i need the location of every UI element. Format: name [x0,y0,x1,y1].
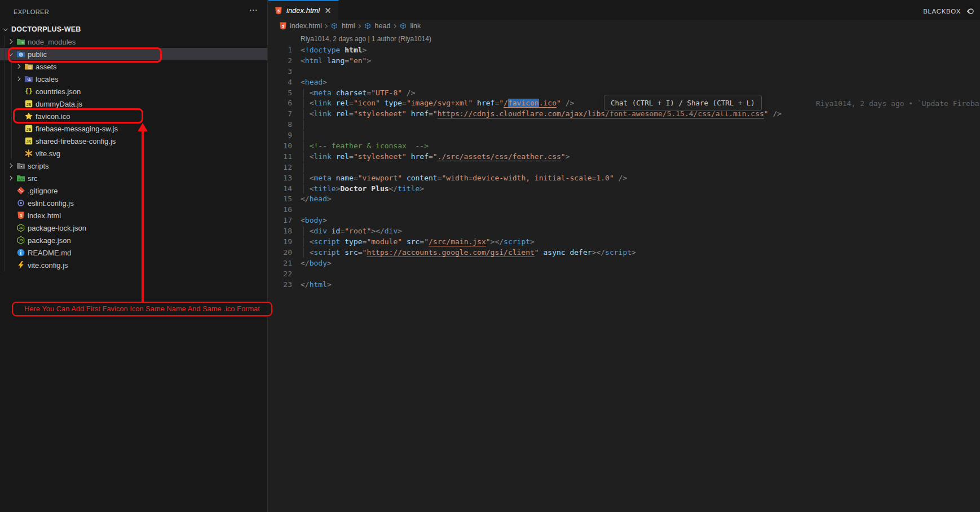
svg-text:{}: {} [25,87,33,95]
code-line-14[interactable]: 14 <title>Doctor Plus</title> [268,184,980,195]
code-text: <script src="https://accounts.google.com… [301,248,636,258]
tree-item-public[interactable]: public [0,48,267,60]
code-line-2[interactable]: 2<html lang="en"> [268,56,980,67]
project-root-label: DOCTORPLUS-WEB [11,25,81,33]
code-line-10[interactable]: 10 <!-- feather & iconsax --> [268,141,980,152]
tree-item-firebase-messaging-sw.js[interactable]: JSfirebase-messaging-sw.js [0,122,267,135]
tree-item-vite.config.js[interactable]: vite.config.js [0,259,267,271]
breadcrumb-item-index.html[interactable]: 5index.html [278,21,322,30]
svg-text:5: 5 [282,24,284,28]
chat-share-hint[interactable]: Chat (CTRL + I) / Share (CTRL + L) [604,95,762,111]
blackbox-button[interactable]: BLACKBOX [923,7,974,16]
tab-index-html[interactable]: 5 index.html ✕ [268,0,339,20]
tree-item-label: locales [36,75,58,83]
code-line-18[interactable]: 18 <div id="root"></div> [268,226,980,237]
tree-item-src[interactable]: </>src [0,172,267,184]
code-text: </head> [301,194,332,205]
breadcrumb-item-link[interactable]: link [398,21,421,30]
line-number: 20 [268,248,292,258]
tree-item-label: vite.svg [36,149,60,158]
indent-guide [303,163,304,173]
chevron-down-icon[interactable] [6,48,16,60]
tree-item-scripts[interactable]: scripts [0,160,267,172]
code-line-13[interactable]: 13 <meta name="viewport" content="width=… [268,173,980,184]
tree-item-index.html[interactable]: 5index.html [0,209,267,222]
line-number: 16 [268,205,292,215]
code-line-9[interactable]: 9 [268,130,980,141]
tree-item-favicon.ico[interactable]: favicon.ico [0,110,267,122]
code-line-15[interactable]: 15</head> [268,194,980,205]
code-line-22[interactable]: 22 [268,269,980,280]
code-line-23[interactable]: 23</html> [268,280,980,290]
breadcrumb-label: head [375,22,391,30]
breadcrumb: 5index.htmlhtmlheadlink [268,20,980,32]
tree-item-shared-firebase-config.js[interactable]: JSshared-firebase-config.js [0,135,267,147]
code-text: <head> [301,77,327,88]
chevron-right-icon[interactable] [6,160,16,172]
code-line-21[interactable]: 21</body> [268,258,980,269]
js-icon: JS [24,136,33,145]
code-line-19[interactable]: 19 <script type="module" src="/src/main.… [268,237,980,248]
breadcrumb-item-head[interactable]: head [363,21,391,30]
svg-text:JS: JS [26,127,31,131]
tree-item-node_modules[interactable]: node_modules [0,36,267,48]
bolt-icon [16,261,25,270]
file-tree: node_modulespublicassetsAxlocales{}count… [0,36,267,271]
npm-icon: JS [16,236,25,245]
code-line-3[interactable]: 3 [268,67,980,77]
more-actions-button[interactable]: ⋯ [247,5,259,17]
tree-item-dummyData.js[interactable]: JSdummyData.js [0,98,267,110]
tree-item-README.md[interactable]: README.md [0,246,267,259]
chevron-right-icon[interactable] [6,36,16,48]
code-line-17[interactable]: 17<body> [268,215,980,226]
tree-indent-guide [4,36,5,271]
code-line-1[interactable]: 1<!doctype html> [268,45,980,56]
vite-icon [24,149,33,158]
tree-item-assets[interactable]: assets [0,60,267,73]
tree-item-locales[interactable]: Axlocales [0,73,267,85]
json-icon: {} [24,87,33,96]
svg-text:A: A [28,78,30,82]
chevron-right-icon [356,23,362,29]
explorer-title: EXPLORER [14,8,49,15]
tree-item-package-lock.json[interactable]: JSpackage-lock.json [0,222,267,234]
breadcrumb-item-html[interactable]: html [330,21,355,30]
js-icon: JS [24,124,33,133]
code-line-4[interactable]: 4<head> [268,77,980,88]
tree-item-label: package-lock.json [28,224,86,232]
chevron-spacer [14,110,24,122]
chevron-spacer [14,98,24,110]
code-line-20[interactable]: 20 <script src="https://accounts.google.… [268,248,980,258]
tree-item-label: public [28,50,47,59]
tree-item-eslint.config.js[interactable]: eslint.config.js [0,197,267,209]
code-line-12[interactable]: 12 [268,162,980,173]
code-line-16[interactable]: 16 [268,205,980,215]
folder-assets-icon [24,62,33,71]
chevron-right-icon[interactable] [6,172,16,184]
html-file-icon: 5 [273,6,283,15]
line-number: 18 [268,226,292,237]
chevron-right-icon[interactable] [14,60,24,73]
code-line-8[interactable]: 8 [268,120,980,130]
git-blame-codelens[interactable]: Riya1014, 2 days ago | 1 author (Riya101… [301,35,431,43]
line-number: 4 [268,77,292,88]
tree-item-label: dummyData.js [36,100,82,108]
annotation-arrow-head-icon [138,123,148,131]
explorer-sidebar: EXPLORER ⋯ DOCTORPLUS-WEB node_modulespu… [0,0,268,512]
tree-item-vite.svg[interactable]: vite.svg [0,147,267,160]
tab-label: index.html [286,6,320,15]
chevron-spacer [6,197,16,209]
close-icon[interactable]: ✕ [324,7,332,15]
tree-item-countries.json[interactable]: {}countries.json [0,85,267,98]
tree-item-package.json[interactable]: JSpackage.json [0,234,267,246]
chevron-right-icon[interactable] [14,73,24,85]
line-number: 17 [268,215,292,226]
code-text: <!-- feather & iconsax --> [301,141,429,152]
project-root-row[interactable]: DOCTORPLUS-WEB [0,23,267,36]
html-icon: 5 [16,211,25,220]
tree-item-.gitignore[interactable]: .gitignore [0,184,267,197]
chevron-down-icon[interactable] [0,23,11,36]
code-line-11[interactable]: 11 <link rel="stylesheet" href="./src/as… [268,152,980,162]
code-text: <link rel="stylesheet" href="./src/asset… [301,152,570,162]
tree-indent-guide [11,60,12,160]
